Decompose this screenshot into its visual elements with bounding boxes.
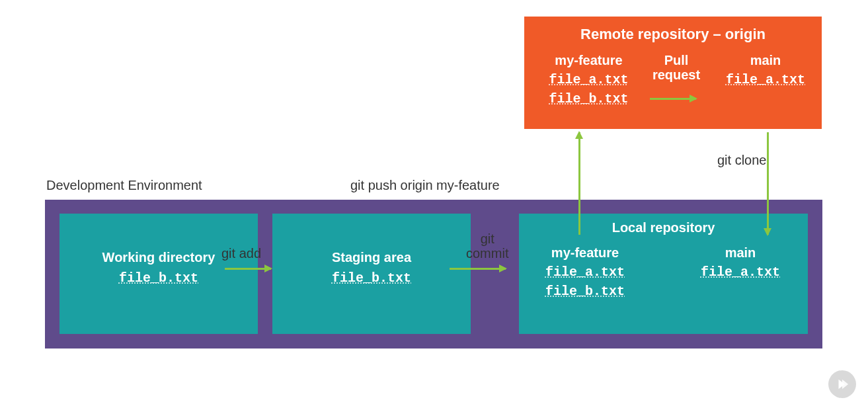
remote-main-column: main file_a.txt bbox=[716, 53, 815, 87]
remote-feature-column: my-feature file_a.txt file_b.txt bbox=[537, 53, 640, 106]
local-main-branch: main bbox=[681, 245, 800, 261]
remote-title: Remote repository – origin bbox=[524, 26, 822, 43]
git-add-arrow bbox=[225, 268, 271, 270]
git-commit-label: gitcommit bbox=[466, 231, 508, 261]
git-push-arrow bbox=[578, 132, 580, 235]
working-directory-file: file_b.txt bbox=[59, 270, 258, 286]
local-feature-branch: my-feature bbox=[526, 245, 645, 261]
staging-area-box: Staging area file_b.txt bbox=[272, 214, 471, 334]
dev-env-label: Development Environment bbox=[46, 178, 202, 193]
local-feature-column: my-feature file_a.txt file_b.txt bbox=[526, 245, 645, 299]
git-commit-arrow bbox=[450, 268, 506, 270]
local-main-column: main file_a.txt bbox=[681, 245, 800, 280]
brand-logo-icon bbox=[828, 370, 856, 398]
working-directory-box: Working directory file_b.txt bbox=[59, 214, 258, 334]
pull-request-arrow bbox=[650, 98, 696, 100]
remote-main-file: file_a.txt bbox=[716, 72, 815, 87]
local-feature-file: file_b.txt bbox=[526, 284, 645, 299]
git-push-label: git push origin my-feature bbox=[350, 178, 500, 193]
remote-feature-file: file_b.txt bbox=[537, 91, 640, 106]
remote-repository-box: Remote repository – origin my-feature fi… bbox=[524, 17, 822, 129]
git-clone-label: git clone bbox=[717, 153, 767, 168]
local-feature-file: file_a.txt bbox=[526, 265, 645, 280]
remote-main-branch: main bbox=[716, 53, 815, 68]
remote-pull-request-column: Pullrequest bbox=[640, 53, 713, 82]
remote-feature-branch: my-feature bbox=[537, 53, 640, 68]
git-add-label: git add bbox=[221, 246, 261, 261]
pull-request-label: Pullrequest bbox=[640, 53, 713, 82]
git-clone-arrow bbox=[767, 132, 769, 235]
remote-feature-file: file_a.txt bbox=[537, 72, 640, 87]
local-main-file: file_a.txt bbox=[681, 265, 800, 280]
staging-area-file: file_b.txt bbox=[272, 270, 471, 286]
staging-area-title: Staging area bbox=[272, 250, 471, 265]
